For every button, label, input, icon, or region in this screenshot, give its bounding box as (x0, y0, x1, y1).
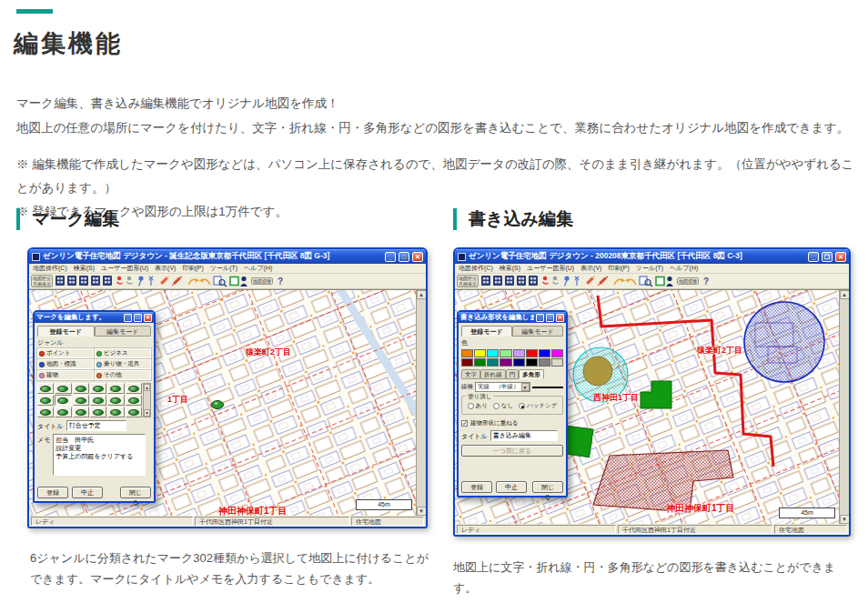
curve-back-icon[interactable] (199, 278, 210, 285)
undo-button[interactable]: 一つ前に戻る (461, 445, 563, 457)
map-switch-button[interactable]: 地図切替 (251, 277, 273, 285)
pencil-erase-icon[interactable] (598, 275, 609, 286)
pencil-icon[interactable] (586, 275, 596, 285)
mark-button[interactable] (73, 383, 89, 394)
tab-register-mode[interactable]: 登録モード (37, 326, 95, 337)
color-swatch[interactable] (539, 358, 550, 367)
mark-button[interactable] (55, 383, 71, 394)
pencil-erase-icon[interactable] (172, 275, 183, 286)
color-swatch[interactable] (500, 349, 511, 357)
mark-button[interactable] (37, 407, 54, 417)
fill-option-yes[interactable]: あり (468, 402, 488, 410)
user-icon[interactable] (666, 276, 673, 286)
tab-register-mode[interactable]: 登録モード (461, 326, 512, 337)
dialog-maximize-button[interactable]: □ (134, 314, 142, 322)
tab-edit-mode[interactable]: 編集モード (95, 326, 152, 337)
tab-polyline[interactable]: 折れ線 (480, 369, 506, 379)
help-button[interactable]: ? (276, 276, 285, 286)
close-button[interactable]: ✕ (412, 252, 423, 262)
color-swatch[interactable] (551, 358, 563, 367)
mark-button[interactable] (107, 383, 124, 394)
drawn-circle-navy-hatched[interactable] (744, 302, 824, 382)
pin-icon[interactable] (138, 276, 143, 286)
menu-search[interactable]: 検索(S) (500, 264, 520, 273)
mark-button[interactable] (90, 395, 106, 406)
map-canvas-mark[interactable]: 猿楽町2丁目 1丁目 神田神保町1丁目 45m ▲ ▼ マークを編集します。 _… (29, 289, 426, 516)
line-type-select[interactable]: 実線 （中線） ▼ (475, 382, 530, 392)
menu-tools[interactable]: ツール(T) (210, 264, 237, 273)
menu-user-shapes[interactable]: ユーザー図形(U) (527, 264, 574, 273)
dialog-titlebar[interactable]: マークを編集します。 _ □ ✕ (35, 312, 154, 323)
color-swatch[interactable] (474, 349, 486, 357)
genre-point[interactable]: ポイント (37, 348, 94, 358)
curve-forward-icon[interactable] (614, 278, 625, 285)
map-legend-toggle-button[interactable]: 地図区分 凡例表示 (31, 275, 53, 287)
map-vertical-scrollbar[interactable]: ▲ ▼ (839, 290, 849, 524)
tab-circle[interactable]: 円 (506, 369, 520, 379)
mark-button[interactable] (126, 383, 142, 394)
mark-memo-textarea[interactable]: 担当 田中氏 設計変更 予算上の問題をクリアする (53, 434, 146, 476)
close-dialog-button[interactable]: 閉じる (120, 487, 151, 498)
color-swatch[interactable] (526, 358, 538, 367)
menu-map-ops[interactable]: 地図操作(C) (33, 264, 67, 273)
menu-search[interactable]: 検索(S) (74, 264, 95, 273)
genre-vehicle-tool[interactable]: 乗り物・道具 (95, 359, 151, 369)
menu-view[interactable]: 表示(V) (580, 264, 601, 273)
scroll-down-icon[interactable]: ▼ (417, 507, 427, 516)
maximize-button[interactable]: □ (399, 252, 409, 262)
genre-business[interactable]: ビジネス (95, 348, 151, 358)
building-search-icons[interactable] (56, 276, 112, 286)
menu-print[interactable]: 印刷(P) (608, 264, 629, 273)
mark-button[interactable] (126, 407, 142, 417)
drawn-circle-olive[interactable] (583, 357, 612, 386)
map-vertical-scrollbar[interactable]: ▲ ▼ (416, 290, 426, 516)
restore-button[interactable]: ❐ (822, 252, 833, 262)
color-swatch[interactable] (487, 349, 499, 357)
genre-other[interactable]: その他 (95, 370, 151, 380)
color-swatch[interactable] (539, 349, 550, 357)
color-swatch[interactable] (551, 349, 563, 357)
tab-text[interactable]: 文字 (461, 369, 480, 379)
map-zoom-icon[interactable] (214, 276, 227, 286)
map-zoom-icon[interactable] (640, 276, 652, 286)
pin-icon[interactable] (564, 276, 569, 286)
scroll-up-icon[interactable]: ▲ (840, 290, 850, 299)
scroll-up-icon[interactable]: ▲ (417, 290, 427, 299)
tool-icon[interactable] (575, 276, 579, 286)
genre-building[interactable]: 建物 (37, 370, 94, 380)
map-legend-toggle-button[interactable]: 地図区分 凡例表示 (457, 275, 479, 287)
mark-button[interactable] (73, 407, 89, 417)
menu-help[interactable]: ヘルプ(H) (670, 264, 698, 273)
fill-option-hatching[interactable]: ハッチング (519, 402, 557, 410)
dialog-maximize-button[interactable]: □ (546, 314, 554, 322)
dialog-close-button[interactable]: ✕ (144, 314, 152, 322)
minimize-button[interactable]: _ (385, 252, 396, 262)
cancel-button[interactable]: 中止 (496, 481, 527, 493)
mark-button[interactable] (107, 407, 124, 417)
mark-button-selected[interactable] (55, 395, 71, 406)
overlay-building-checkbox[interactable]: ✓ 建物形状に重ねる (461, 419, 563, 427)
genre-map-sign[interactable]: 地図・標識 (37, 359, 94, 369)
area-select-icon[interactable] (230, 277, 238, 286)
titlebar[interactable]: ゼンリン電子住宅地図 デジタウン - 誕生記念版東京都千代田区 [千代田区 8図… (29, 249, 426, 264)
chevron-down-icon[interactable]: ▼ (521, 383, 530, 391)
curve-back-icon[interactable] (625, 278, 636, 285)
dialog-titlebar[interactable]: 書き込み形状を編集します。 _ □ ✕ (459, 312, 566, 323)
walk-gray-icon[interactable] (127, 276, 133, 284)
walk-gray-icon[interactable] (553, 276, 559, 284)
menu-user-shapes[interactable]: ユーザー図形(U) (101, 264, 148, 273)
color-swatch[interactable] (513, 358, 525, 367)
mark-button[interactable] (90, 407, 106, 417)
draw-title-input[interactable] (490, 430, 558, 441)
mark-title-input[interactable] (66, 420, 126, 431)
close-button[interactable]: ✕ (835, 252, 846, 262)
drawn-rect-green[interactable] (564, 426, 593, 457)
toolbar-icons[interactable] (481, 275, 674, 287)
color-swatch[interactable] (526, 349, 538, 357)
color-swatch[interactable] (487, 358, 499, 367)
cancel-button[interactable]: 中止 (72, 487, 103, 498)
mark-button[interactable] (37, 395, 54, 406)
scroll-down-icon[interactable]: ▼ (840, 515, 850, 524)
mark-button[interactable] (73, 395, 89, 406)
map-canvas-draw[interactable]: 猿楽町2丁目 西神田1丁目 神田神保町1丁目 45m ▲ ▼ 書き込み形状を編集… (455, 289, 849, 524)
